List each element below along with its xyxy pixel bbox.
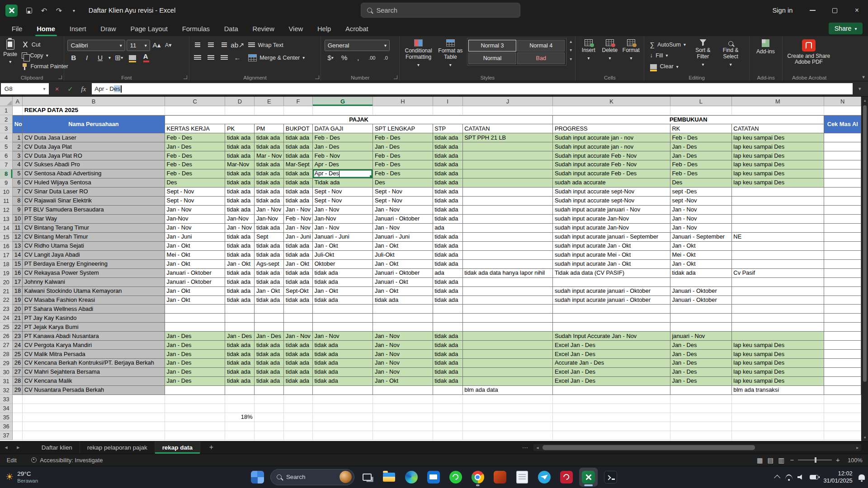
cell-K23[interactable] bbox=[553, 305, 670, 314]
decrease-decimal-button[interactable]: .0 bbox=[381, 53, 391, 63]
cell-N8[interactable] bbox=[824, 169, 861, 178]
cell-I25[interactable] bbox=[433, 323, 463, 332]
cell-F34[interactable] bbox=[284, 404, 313, 413]
cell-B16[interactable]: CV Ridho Utama Sejati bbox=[23, 242, 165, 251]
cell-E25[interactable] bbox=[255, 323, 284, 332]
cell-H12[interactable]: Jan - Nov bbox=[373, 206, 433, 215]
cell-I29[interactable]: tidak ada bbox=[433, 359, 463, 368]
cell-D15[interactable]: tidak ada bbox=[225, 233, 255, 242]
cell-D30[interactable]: tidak ada bbox=[225, 368, 255, 377]
cell-D25[interactable] bbox=[225, 323, 255, 332]
cell-G5[interactable]: Jan - Des bbox=[313, 142, 373, 151]
cell-I21[interactable]: tidak ada bbox=[433, 287, 463, 296]
format-as-table-button[interactable]: Format as Table ▾ bbox=[436, 38, 465, 67]
cell-M33[interactable] bbox=[732, 395, 824, 404]
cell-G14[interactable]: Jan - Nov bbox=[313, 224, 373, 233]
cell-M19[interactable]: Cv Pasif bbox=[732, 269, 824, 278]
cell-B32[interactable]: CV Nusantara Persada Berkah bbox=[23, 386, 165, 395]
cell-B14[interactable]: CV Bintang Terang Timur bbox=[23, 224, 165, 233]
cell-J34[interactable] bbox=[463, 404, 553, 413]
font-size-select[interactable]: 11▾ bbox=[127, 40, 150, 51]
cell-L24[interactable] bbox=[670, 314, 732, 323]
cell-G23[interactable] bbox=[313, 305, 373, 314]
cell-E16[interactable]: tidak ada bbox=[255, 242, 284, 251]
clear-button[interactable]: Clear▾ bbox=[648, 61, 688, 72]
cell-A26[interactable]: 23 bbox=[13, 332, 23, 341]
number-format-select[interactable]: General▾ bbox=[325, 40, 390, 51]
cell-L30[interactable]: Jan - Des bbox=[670, 368, 732, 377]
cell-D18[interactable]: Jan - Okt bbox=[225, 260, 255, 269]
cell-M20[interactable] bbox=[732, 278, 824, 287]
cell-K31[interactable]: Excel Jan - Des bbox=[553, 377, 670, 386]
cell-F1[interactable] bbox=[284, 106, 313, 115]
cell-N23[interactable] bbox=[824, 305, 861, 314]
cell-J1[interactable] bbox=[463, 106, 553, 115]
cell-L31[interactable]: Jan - Des bbox=[670, 377, 732, 386]
cell-D19[interactable]: tidak ada bbox=[225, 269, 255, 278]
cell-G34[interactable] bbox=[313, 404, 373, 413]
cell-M21[interactable] bbox=[732, 287, 824, 296]
cell-C36[interactable] bbox=[165, 422, 225, 431]
cell-F6[interactable]: tidak ada bbox=[284, 151, 313, 160]
cell-I32[interactable] bbox=[433, 386, 463, 395]
cell-L17[interactable]: Mei - Okt bbox=[670, 251, 732, 260]
cell-J23[interactable] bbox=[463, 305, 553, 314]
cell-A36[interactable] bbox=[13, 422, 23, 431]
row-header-20[interactable]: 20 bbox=[0, 278, 13, 287]
cell-B7[interactable]: CV Sukses Abadi Pro bbox=[23, 160, 165, 169]
cell-B11[interactable]: CV Rajawali Sinar Elektrik bbox=[23, 197, 165, 206]
cell-N18[interactable] bbox=[824, 260, 861, 269]
find-select-button[interactable]: Find & Select ▾ bbox=[718, 38, 743, 66]
cell-I34[interactable] bbox=[433, 404, 463, 413]
cell-J27[interactable] bbox=[463, 341, 553, 350]
cell-J6[interactable] bbox=[463, 151, 553, 160]
copy-button[interactable]: Copy▾ bbox=[19, 50, 71, 61]
column-header-J[interactable]: J bbox=[463, 97, 553, 106]
cell-K9[interactable]: sudah ada accurate bbox=[553, 178, 670, 188]
cell-J14[interactable] bbox=[463, 224, 553, 233]
addins-button[interactable]: Add-ins bbox=[753, 38, 778, 55]
cell-B10[interactable]: CV Sinar Duta Laser RO bbox=[23, 188, 165, 197]
cell-F8[interactable]: tidak ada bbox=[284, 169, 313, 178]
cell-C7[interactable]: Feb - Des bbox=[165, 160, 225, 169]
cell-N30[interactable] bbox=[824, 368, 861, 377]
cell-C4[interactable]: Feb - Des bbox=[165, 133, 225, 142]
cell-G33[interactable] bbox=[313, 395, 373, 404]
cell-G31[interactable]: tidak ada bbox=[313, 377, 373, 386]
cell-B26[interactable]: PT Kanawa Abadi Nusantara bbox=[23, 332, 165, 341]
taskbar-weather[interactable]: ☀ 29°C Berawan bbox=[5, 470, 38, 484]
cell-D13[interactable]: Jan-Nov bbox=[225, 215, 255, 224]
row-header-27[interactable]: 27 bbox=[0, 341, 13, 350]
cell-H27[interactable]: Jan - Nov bbox=[373, 341, 433, 350]
cell-E24[interactable] bbox=[255, 314, 284, 323]
cell-C11[interactable]: Sept - Nov bbox=[165, 197, 225, 206]
cell-D28[interactable]: tidak ada bbox=[225, 350, 255, 359]
cell-I28[interactable]: tidak ada bbox=[433, 350, 463, 359]
cell-D1[interactable] bbox=[225, 106, 255, 115]
cell-L36[interactable] bbox=[670, 422, 732, 431]
cell-F23[interactable] bbox=[284, 305, 313, 314]
sheet-nav-left-icon[interactable]: ◂ bbox=[0, 444, 12, 450]
ribbon-tab-acrobat[interactable]: Acrobat bbox=[338, 23, 375, 36]
taskbar-clock[interactable]: 12:02 31/01/2025 bbox=[823, 470, 852, 484]
cell-C32[interactable] bbox=[165, 386, 225, 395]
cell-N33[interactable] bbox=[824, 395, 861, 404]
cell-F36[interactable] bbox=[284, 422, 313, 431]
cell-G30[interactable]: tidak ada bbox=[313, 368, 373, 377]
cell-K32[interactable] bbox=[553, 386, 670, 395]
cell-H7[interactable]: Feb - Des bbox=[373, 160, 433, 169]
cell-D12[interactable]: tidak ada bbox=[225, 206, 255, 215]
cell-J25[interactable] bbox=[463, 323, 553, 332]
cell-K22[interactable]: sudah input acurate januari - Oktober bbox=[553, 296, 670, 305]
cell-H8[interactable]: Feb - Des bbox=[373, 169, 433, 178]
gallery-down-icon[interactable]: ▾ bbox=[570, 48, 572, 52]
cell-K20[interactable] bbox=[553, 278, 670, 287]
cell-M18[interactable] bbox=[732, 260, 824, 269]
cell-D23[interactable] bbox=[225, 305, 255, 314]
cell-D35[interactable]: 18% bbox=[225, 413, 255, 422]
zoom-slider-thumb[interactable] bbox=[815, 457, 816, 463]
cell-J3[interactable]: CATATAN bbox=[463, 124, 553, 133]
cell-F20[interactable]: tidak ada bbox=[284, 278, 313, 287]
cell-G13[interactable]: Jan-Nov bbox=[313, 215, 373, 224]
cell-N16[interactable] bbox=[824, 242, 861, 251]
